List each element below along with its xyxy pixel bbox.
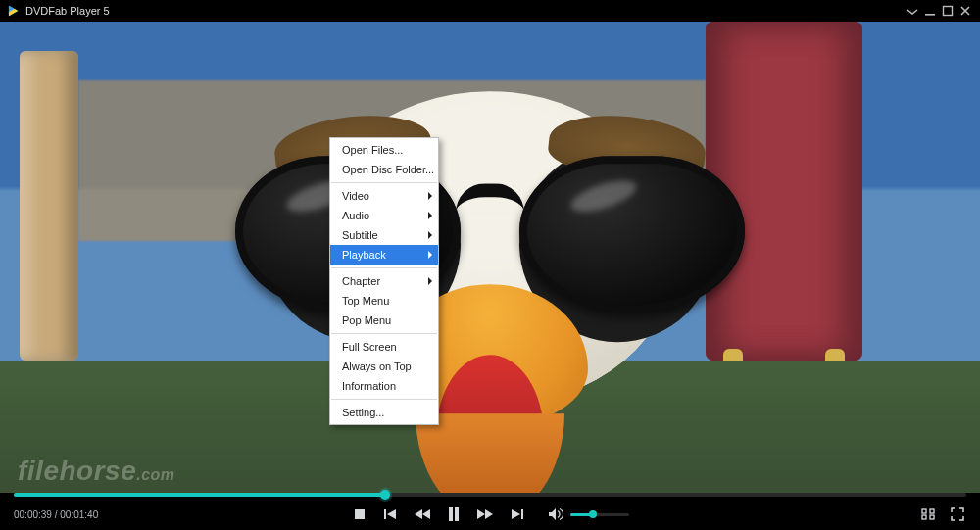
- rewind-button[interactable]: [414, 506, 431, 523]
- context-menu-item[interactable]: Open Files...: [330, 140, 438, 160]
- context-menu-separator: [331, 399, 437, 400]
- sunglasses-icon: [235, 156, 745, 322]
- context-menu-item[interactable]: Chapter: [330, 271, 438, 291]
- fullscreen-button[interactable]: [949, 506, 966, 523]
- svg-rect-4: [944, 7, 953, 16]
- context-menu-separator: [331, 267, 437, 268]
- context-menu-item[interactable]: Always on Top: [330, 357, 438, 376]
- context-menu-item[interactable]: Setting...: [330, 403, 438, 422]
- context-menu-separator: [331, 182, 437, 183]
- app-window: DVDFab Player 5: [0, 0, 980, 530]
- svg-rect-6: [384, 509, 386, 519]
- context-menu[interactable]: Open Files...Open Disc Folder...VideoAud…: [329, 137, 439, 425]
- app-title: DVDFab Player 5: [25, 5, 110, 17]
- context-menu-item[interactable]: Audio: [330, 206, 438, 225]
- previous-button[interactable]: [382, 506, 400, 523]
- close-button[interactable]: [956, 2, 974, 20]
- svg-marker-13: [485, 509, 493, 519]
- svg-rect-5: [355, 509, 365, 519]
- context-menu-item[interactable]: Information: [330, 376, 438, 396]
- svg-marker-8: [415, 509, 422, 519]
- app-logo-icon: [6, 4, 20, 18]
- svg-marker-16: [549, 508, 556, 520]
- context-menu-item[interactable]: Open Disc Folder...: [330, 160, 438, 179]
- volume-icon[interactable]: [547, 506, 564, 523]
- svg-rect-19: [922, 515, 926, 519]
- volume-knob[interactable]: [589, 510, 597, 518]
- context-menu-item[interactable]: Pop Menu: [330, 311, 438, 330]
- svg-marker-7: [387, 509, 396, 519]
- video-character: [216, 41, 764, 492]
- title-bar[interactable]: DVDFab Player 5: [0, 0, 980, 22]
- svg-rect-18: [930, 509, 934, 513]
- next-button[interactable]: [508, 506, 525, 523]
- seek-bar-fill: [14, 493, 385, 497]
- playlist-button[interactable]: [919, 506, 937, 523]
- stop-button[interactable]: [351, 506, 368, 523]
- svg-rect-11: [455, 507, 459, 521]
- total-time: 00:01:40: [60, 509, 98, 520]
- svg-rect-3: [925, 14, 935, 16]
- play-pause-button[interactable]: [445, 506, 463, 523]
- svg-marker-9: [422, 509, 430, 519]
- context-menu-item[interactable]: Playback: [330, 245, 438, 265]
- svg-marker-12: [477, 509, 485, 519]
- volume-slider[interactable]: [570, 513, 629, 516]
- seek-bar[interactable]: [14, 493, 966, 497]
- volume-control: [547, 506, 629, 523]
- svg-rect-17: [922, 509, 926, 513]
- video-bg-pillar: [20, 51, 78, 361]
- seek-bar-knob[interactable]: [380, 490, 390, 500]
- context-menu-item[interactable]: Video: [330, 186, 438, 206]
- context-menu-separator: [331, 333, 437, 334]
- fast-forward-button[interactable]: [476, 506, 494, 523]
- time-display: 00:00:39 / 00:01:40: [14, 509, 98, 520]
- svg-rect-10: [449, 507, 453, 521]
- svg-marker-14: [512, 509, 520, 519]
- minimize-button[interactable]: [921, 2, 939, 20]
- playback-controls: 00:00:39 / 00:01:40: [0, 493, 980, 530]
- context-menu-item[interactable]: Full Screen: [330, 337, 438, 357]
- context-menu-item[interactable]: Top Menu: [330, 291, 438, 311]
- context-menu-item[interactable]: Subtitle: [330, 225, 438, 245]
- current-time: 00:00:39: [14, 509, 52, 520]
- svg-rect-20: [930, 515, 934, 519]
- maximize-restore-button[interactable]: [939, 2, 956, 20]
- svg-rect-15: [521, 509, 523, 519]
- main-menu-button[interactable]: [904, 2, 921, 20]
- video-surface[interactable]: filehorse.com Open Files...Open Disc Fol…: [0, 22, 980, 493]
